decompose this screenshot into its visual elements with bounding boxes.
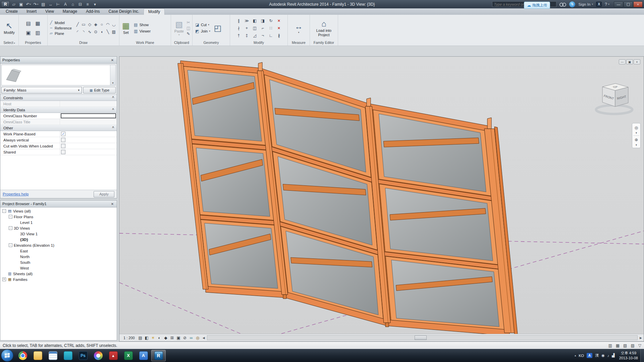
collapse-icon[interactable]: - <box>2 209 6 213</box>
line-icon[interactable]: ╱ <box>75 21 80 28</box>
match-type-icon[interactable]: ✎ <box>186 32 190 36</box>
horizontal-scrollbar-thumb[interactable] <box>415 336 427 340</box>
checkbox-work-plane-based[interactable]: ✓ <box>61 132 65 136</box>
customize-qat-icon[interactable]: ▾ <box>92 1 98 7</box>
volume-icon[interactable]: ♪ <box>607 354 609 358</box>
close-button[interactable]: × <box>633 1 643 7</box>
steering-wheel-caret-icon[interactable]: ▾ <box>633 131 640 134</box>
collapse-icon[interactable]: - <box>9 215 12 219</box>
viewer-button[interactable]: ▥ Viewer <box>132 28 152 34</box>
tree-item-elevations-elevation-1[interactable]: -Elevations (Elevation 1) <box>0 242 117 248</box>
exclude-options-icon[interactable]: ▧ <box>623 343 627 348</box>
crop-view-icon[interactable]: ⊞ <box>169 336 175 340</box>
trim-extend-single-icon[interactable]: ¬ <box>259 32 267 39</box>
mirror-draw-axis-icon[interactable]: ◨ <box>259 17 267 24</box>
circumscribed-polygon-icon[interactable]: ◈ <box>93 21 99 28</box>
start-end-radius-arc-icon[interactable]: ◠ <box>105 21 111 28</box>
type-selector-preview[interactable]: ▾ <box>1 65 116 85</box>
revit-logo-icon[interactable]: R <box>1 1 10 7</box>
property-value-work-plane-based[interactable]: ✓ <box>60 131 117 137</box>
family-category-icon[interactable]: ▣ <box>24 28 33 37</box>
panel-label-modify[interactable]: Modify <box>230 40 287 46</box>
worksets-icon[interactable]: ▥ <box>608 343 612 348</box>
undo-caret-icon[interactable]: ▾ <box>30 3 31 6</box>
temporary-hide-isolate-icon[interactable]: ∞ <box>188 336 195 340</box>
view-scale-button[interactable]: 1 : 200 <box>121 335 137 341</box>
draw-mode-reference[interactable]: ╌Reference <box>49 26 72 30</box>
fillet-arc-icon[interactable]: ◝ <box>81 28 87 35</box>
detail-level-icon[interactable]: ▤ <box>137 336 144 340</box>
horizontal-scrollbar[interactable] <box>207 335 638 340</box>
panel-label-measure[interactable]: Measure <box>288 40 310 46</box>
modify-button[interactable]: ↖ Modify <box>2 21 16 35</box>
property-value-host[interactable] <box>60 101 117 107</box>
load-into-project-button[interactable]: ⌂ Load into Project <box>311 19 336 37</box>
exchange-apps-icon[interactable]: X <box>596 2 602 7</box>
taskbar-item-notepad[interactable] <box>46 350 60 361</box>
panel-label-clipboard[interactable]: Clipboard <box>171 40 192 46</box>
view-minimize-button[interactable]: — <box>619 59 626 64</box>
tab-case-design-inc[interactable]: Case Design Inc. <box>104 8 144 15</box>
text-icon[interactable]: A <box>62 1 69 7</box>
property-value-cut-with-voids-when-loaded[interactable] <box>60 143 117 149</box>
expand-icon[interactable]: + <box>2 278 6 281</box>
split-with-gap-icon[interactable]: ∦ <box>275 32 283 39</box>
pick-faces-icon[interactable]: ▨ <box>111 28 117 35</box>
taskbar-item-paint[interactable] <box>91 350 105 361</box>
unjoin-geometry-icon[interactable]: × <box>275 24 283 32</box>
circle-icon[interactable]: ○ <box>99 21 105 28</box>
show-crop-region-icon[interactable]: ▣ <box>175 336 182 340</box>
tree-item-3d[interactable]: {3D} <box>0 237 117 242</box>
scroll-right-icon[interactable]: ▶ <box>638 335 644 341</box>
pin-icon[interactable]: † <box>235 32 243 39</box>
visual-style-icon[interactable]: ◧ <box>144 336 150 340</box>
family-type-combo[interactable]: Family: Mass <box>1 87 82 94</box>
panel-label-properties[interactable]: Properties <box>19 40 47 46</box>
apply-button[interactable]: Apply <box>94 191 114 197</box>
checkbox-always-vertical[interactable] <box>61 138 65 142</box>
steering-wheel-icon[interactable]: ◎ <box>633 125 640 130</box>
edit-type-button[interactable]: Edit Type <box>83 87 116 94</box>
panel-label-geometry[interactable]: Geometry <box>193 40 230 46</box>
split-element-icon[interactable]: ∤ <box>235 24 243 32</box>
zoom-caret-icon[interactable]: ▾ <box>633 143 640 146</box>
unpin-icon[interactable]: ‡ <box>243 32 251 39</box>
tab-modify[interactable]: Modify <box>144 8 165 15</box>
upload-tooltip-label[interactable]: 拖拽上传 <box>532 3 547 8</box>
tree-item-sheets-all[interactable]: ▥Sheets (all) <box>0 271 117 277</box>
checkbox-cut-with-voids-when-loaded[interactable] <box>61 144 65 148</box>
search-icon[interactable] <box>559 2 566 6</box>
rectangle-icon[interactable]: ▭ <box>81 21 87 28</box>
tray-clock[interactable]: 오후 4:592013-10-08 <box>618 351 640 360</box>
minimize-button[interactable]: — <box>614 1 623 7</box>
measure-button[interactable]: ↔ ▾ <box>293 21 304 34</box>
design-options-icon[interactable]: ▦ <box>616 343 620 348</box>
property-input-omniclass-number[interactable] <box>61 113 116 118</box>
inscribed-polygon-icon[interactable]: ◇ <box>87 21 93 28</box>
tree-item-west[interactable]: West <box>0 265 117 271</box>
type-selector-dropdown-icon[interactable]: ▾ <box>110 65 115 85</box>
start-button[interactable] <box>1 349 13 362</box>
property-group-identity-data[interactable]: Identity Data <box>0 107 117 113</box>
redo-caret-icon[interactable]: ▾ <box>37 3 39 6</box>
property-group-constraints[interactable]: Constraints <box>0 95 117 101</box>
language-indicator[interactable]: KO <box>579 354 584 358</box>
drawing-area[interactable]: TOPFRONTRIGHT —▣× ◎ ▾ ⊕ ▾ 1 : 200 ▤◧☀◐◆⊞… <box>119 56 644 342</box>
taskbar-item-alzip[interactable]: A <box>136 350 151 361</box>
taskbar-item-acrobat[interactable]: ▲ <box>106 350 120 361</box>
copy-icon[interactable]: ◫ <box>251 24 259 32</box>
checkbox-shared[interactable] <box>61 150 65 154</box>
tab-create[interactable]: Create <box>1 8 22 15</box>
taskbar-item-explorer[interactable] <box>31 350 45 361</box>
taskbar-item-messenger[interactable] <box>61 350 75 361</box>
view-restore-button[interactable]: ▣ <box>626 59 633 64</box>
panel-label-work-plane[interactable]: Work Plane <box>119 40 171 46</box>
tab-manage[interactable]: Manage <box>58 8 82 15</box>
shadows-icon[interactable]: ◐ <box>156 336 163 340</box>
maximize-button[interactable]: ▢ <box>624 1 633 7</box>
array-icon[interactable]: ∷ <box>267 24 275 32</box>
trim-extend-multiple-icon[interactable]: ∟ <box>267 32 275 39</box>
center-ends-arc-icon[interactable]: ◡ <box>111 21 117 28</box>
taskbar-item-photoshop[interactable]: Ps <box>76 350 90 361</box>
open-icon[interactable]: ▱ <box>10 1 17 7</box>
